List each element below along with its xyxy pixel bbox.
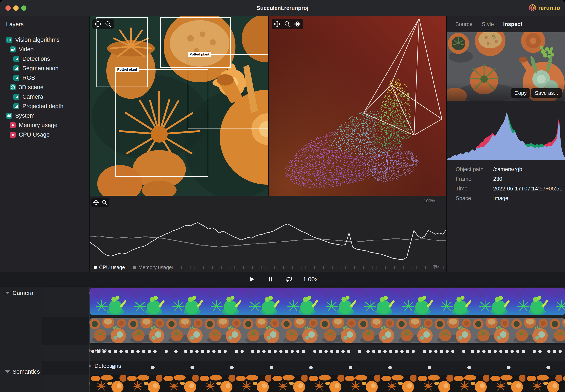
pose-event-dot bbox=[553, 350, 556, 353]
orbit-icon[interactable] bbox=[293, 20, 302, 28]
timeline-groups-column: Camera Semantics bbox=[0, 286, 42, 392]
sidebar-item-projected-depth[interactable]: Projected depth bbox=[0, 101, 89, 111]
pose-event-dot bbox=[268, 350, 271, 353]
pose-event-dot bbox=[165, 350, 168, 353]
legend-item-cpu-usage[interactable]: CPU usage bbox=[94, 265, 125, 270]
sidebar-item-segmentation[interactable]: Segmentation bbox=[0, 64, 89, 73]
collapse-icon[interactable] bbox=[5, 292, 10, 294]
pose-event-dot bbox=[412, 350, 415, 353]
pose-event-dot bbox=[279, 350, 282, 353]
pose-event-dot bbox=[330, 350, 333, 353]
sidebar-item-cpu-usage[interactable]: CPU Usage bbox=[0, 130, 89, 140]
playback-speed[interactable]: 1.00x bbox=[303, 276, 318, 283]
sidebar-item-memory-usage[interactable]: Memory usage bbox=[0, 120, 89, 130]
detection-event-dot bbox=[190, 366, 194, 369]
rerun-logo[interactable]: rerun.io bbox=[529, 0, 560, 16]
detection-event-dot bbox=[111, 366, 115, 369]
detection-event-dot bbox=[388, 366, 392, 369]
pan-icon[interactable] bbox=[94, 20, 102, 28]
pause-button[interactable] bbox=[266, 274, 275, 284]
layer-tree: Vision algorithmsVideoDetectionsSegmenta… bbox=[0, 35, 89, 140]
pan-icon[interactable] bbox=[92, 199, 100, 206]
pose-event-dot bbox=[559, 350, 562, 353]
pose-event-dot bbox=[201, 350, 204, 353]
detail-label: Object path bbox=[447, 166, 493, 172]
rgb-track-strip[interactable] bbox=[90, 318, 565, 343]
pose-event-dot bbox=[224, 350, 227, 353]
pose-event-dot bbox=[291, 350, 294, 353]
sidebar-item-label: System bbox=[15, 112, 35, 119]
sidebar-item-video[interactable]: Video bbox=[0, 45, 89, 54]
pose-event-dot bbox=[153, 350, 156, 353]
pose-event-dot bbox=[91, 350, 94, 353]
detections-track-events[interactable] bbox=[90, 361, 565, 375]
zoom-icon[interactable] bbox=[101, 199, 108, 206]
pose-event-dot bbox=[429, 350, 432, 353]
pose-event-dot bbox=[538, 350, 542, 353]
pose-event-dot bbox=[423, 350, 426, 353]
pose-event-dot bbox=[251, 350, 254, 353]
segmentation-track-strip[interactable] bbox=[90, 375, 565, 392]
detection-bounding-box[interactable]: Potted plant bbox=[115, 69, 208, 177]
timeseries-plot[interactable]: 100% 0% CPU usageMemory usage bbox=[90, 196, 446, 272]
detection-event-dot bbox=[428, 366, 431, 369]
collapse-icon[interactable] bbox=[5, 370, 10, 373]
cpu-usage-line bbox=[90, 223, 446, 259]
loop-button[interactable] bbox=[284, 274, 294, 284]
detection-event-dot bbox=[230, 366, 234, 369]
copy-button[interactable]: Copy bbox=[511, 88, 530, 98]
legend-item-memory-usage[interactable]: Memory usage bbox=[133, 265, 172, 270]
rgb-image-preview[interactable]: Copy Save as... bbox=[447, 32, 565, 101]
zoom-icon[interactable] bbox=[104, 20, 113, 28]
pose-event-dot bbox=[136, 350, 140, 353]
sidebar-item-label: Memory usage bbox=[19, 122, 57, 128]
tab-source[interactable]: Source bbox=[455, 21, 473, 28]
save-as-button[interactable]: Save as... bbox=[531, 88, 562, 98]
pose-event-dot bbox=[347, 350, 350, 353]
pose-event-dot bbox=[336, 350, 339, 353]
timeline-tracks-column: DepthRGBPoseDetectionsSegmentation bbox=[42, 286, 90, 392]
detection-event-dot bbox=[507, 366, 510, 369]
y-axis-max-label: 100% bbox=[424, 198, 435, 204]
tab-style[interactable]: Style bbox=[482, 21, 494, 28]
segmentation-viewport[interactable]: Potted plantPotted plant bbox=[90, 16, 268, 196]
tab-inspect[interactable]: Inspect bbox=[503, 21, 523, 28]
sidebar-item-vision-algorithms[interactable]: Vision algorithms bbox=[0, 35, 89, 45]
pose-event-dot bbox=[482, 350, 485, 353]
pose-event-dot bbox=[148, 350, 151, 353]
window-title: Succulent.rerunproj bbox=[0, 0, 565, 16]
sidebar-item-3d-scene[interactable]: 3D scene bbox=[0, 83, 89, 92]
plot-toolbar bbox=[91, 198, 109, 207]
playback-bar: 1.00x bbox=[0, 272, 565, 286]
sidebar-item-rgb[interactable]: RGB bbox=[0, 73, 89, 83]
pose-track-events[interactable] bbox=[90, 345, 565, 361]
sidebar-item-label: Vision algorithms bbox=[15, 37, 59, 43]
pose-event-dot bbox=[372, 350, 375, 353]
sidebar-item-label: CPU Usage bbox=[19, 131, 50, 138]
sidebar-item-system[interactable]: System bbox=[0, 111, 89, 120]
sidebar-item-detections[interactable]: Detections bbox=[0, 54, 89, 64]
group-semantics[interactable]: Semantics bbox=[5, 368, 40, 375]
zoom-icon[interactable] bbox=[283, 20, 292, 28]
pose-event-dot bbox=[406, 350, 409, 353]
group-camera[interactable]: Camera bbox=[5, 290, 33, 296]
sidebar-item-label: Video bbox=[19, 46, 34, 53]
pose-event-dot bbox=[477, 350, 480, 353]
3d-viewport[interactable] bbox=[268, 16, 446, 196]
pose-event-dot bbox=[434, 350, 438, 353]
legend-swatch bbox=[94, 266, 97, 269]
depth-track-strip[interactable] bbox=[90, 288, 565, 315]
detection-event-dot bbox=[546, 366, 550, 369]
title-bar: Succulent.rerunproj rerun.io bbox=[0, 0, 565, 16]
detection-label-chip: Potted plant bbox=[115, 67, 139, 72]
pose-event-dot bbox=[400, 350, 404, 353]
play-button[interactable] bbox=[247, 274, 257, 284]
sidebar-item-camera[interactable]: Camera bbox=[0, 92, 89, 101]
pan-icon[interactable] bbox=[273, 20, 282, 28]
plot-legend: CPU usageMemory usage bbox=[94, 265, 172, 270]
pose-event-dot bbox=[212, 350, 215, 353]
pointcloud-scene bbox=[269, 16, 446, 196]
sidebar-item-label: Camera bbox=[22, 93, 43, 100]
pose-event-dot bbox=[499, 350, 502, 353]
detection-event-dot bbox=[269, 366, 273, 369]
